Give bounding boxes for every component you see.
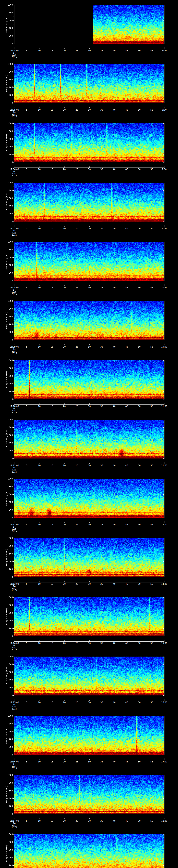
y-minor-tick (164, 24, 165, 25)
x-tick-label: 55 (146, 109, 158, 111)
spectrogram-canvas (14, 183, 164, 221)
y-major-tick (13, 183, 14, 183)
x-tick-label: 25 (70, 109, 83, 111)
x-axis (14, 464, 165, 464)
y-minor-tick (13, 151, 14, 151)
y-tick-label: 1000 (6, 4, 13, 6)
y-axis-left (14, 716, 14, 755)
y-axis-title: Frequency (Hz) (5, 430, 8, 447)
x-major-tick (139, 759, 140, 760)
x-tick-label: 25 (70, 820, 83, 822)
x-tick-label: 45 (120, 50, 133, 52)
end-time-label: 12:00 (158, 464, 171, 467)
y-minor-tick (164, 158, 165, 159)
y-tick-label: 800 (6, 249, 13, 251)
y-minor-tick (164, 455, 165, 455)
x-end-tick (164, 403, 165, 404)
y-minor-tick (13, 246, 14, 246)
x-tick-label: 20 (58, 524, 70, 526)
y-major-tick (13, 324, 14, 324)
x-major-tick (27, 641, 27, 642)
x-end-tick (164, 225, 165, 227)
y-tick-label: 200 (6, 509, 13, 511)
y-tick-label: 200 (6, 35, 13, 37)
y-major-tick (13, 518, 14, 518)
x-major-tick (139, 818, 140, 819)
y-minor-tick (13, 388, 14, 388)
y-minor-tick (164, 542, 165, 542)
date-label: 2015 (8, 412, 21, 414)
y-axis-left (14, 361, 14, 399)
y-major-tick (13, 206, 14, 206)
x-end-tick (14, 403, 14, 404)
y-minor-tick (13, 253, 14, 254)
end-time-label: 8:00 (158, 227, 171, 230)
y-axis-left (14, 479, 14, 518)
x-tick-label: 15 (46, 109, 58, 111)
x-tick-label: 25 (70, 464, 83, 467)
date-label: 2015 (8, 708, 21, 710)
y-major-tick (13, 198, 14, 198)
y-major-tick (13, 842, 14, 842)
y-minor-tick (13, 720, 14, 720)
y-minor-tick (13, 601, 14, 601)
x-end-tick (164, 521, 165, 523)
x-tick-label: 30 (83, 583, 96, 585)
x-major-tick (89, 344, 90, 345)
y-major-tick (163, 221, 165, 222)
spectrogram-panel: 02004006008001000Frequency (Hz)510152025… (0, 652, 178, 711)
x-major-tick (139, 107, 140, 108)
x-tick-label: 40 (108, 524, 120, 526)
spectrogram-canvas (14, 5, 164, 44)
x-tick-label: 50 (133, 464, 146, 467)
y-axis-title: Frequency (Hz) (5, 16, 8, 33)
y-minor-tick (164, 802, 165, 803)
y-major-tick (13, 605, 14, 606)
x-tick-label: 10 (33, 168, 46, 170)
x-tick-label: 45 (120, 168, 133, 170)
x-tick-label: 5 (21, 168, 33, 170)
x-major-tick (139, 166, 140, 167)
x-end-tick (164, 462, 165, 464)
x-tick-label: 45 (120, 701, 133, 704)
y-major-tick (163, 87, 165, 88)
y-tick-label: 0 (6, 398, 13, 400)
x-tick-label: 40 (108, 287, 120, 289)
y-major-tick (13, 147, 14, 147)
x-major-tick (152, 700, 152, 701)
x-tick-label: 5 (21, 642, 33, 644)
y-axis-title: Frequency (Hz) (5, 134, 8, 151)
y-major-tick (163, 755, 165, 755)
x-tick-label: 20 (58, 287, 70, 289)
x-tick-label: 15 (46, 642, 58, 644)
x-tick-label: 5 (21, 405, 33, 407)
x-tick-label: 35 (95, 701, 108, 704)
y-major-tick (163, 64, 165, 64)
x-tick-label: 40 (108, 227, 120, 230)
y-axis-title: Frequency (Hz) (5, 312, 8, 329)
x-tick-label: 30 (83, 642, 96, 644)
y-tick-label: 1000 (6, 478, 13, 480)
y-major-tick (13, 80, 14, 80)
x-tick-label: 20 (58, 761, 70, 763)
y-minor-tick (164, 668, 165, 669)
y-major-tick (13, 850, 14, 850)
y-major-tick (163, 569, 165, 569)
x-end-tick (164, 106, 165, 108)
x-tick-label: 25 (70, 50, 83, 52)
x-axis (14, 345, 165, 345)
x-tick-label: 45 (120, 583, 133, 585)
end-time-label: 17:00 (158, 761, 171, 763)
spectrogram-canvas (14, 301, 164, 340)
x-tick-label: 55 (146, 168, 158, 170)
y-minor-tick (164, 261, 165, 261)
x-tick-label: 20 (58, 583, 70, 585)
y-tick-label: 800 (6, 367, 13, 369)
y-minor-tick (13, 838, 14, 838)
x-tick-label: 45 (120, 761, 133, 763)
y-major-tick (13, 301, 14, 301)
x-tick-label: 40 (108, 642, 120, 644)
y-major-tick (13, 487, 14, 487)
y-minor-tick (13, 143, 14, 143)
x-tick-label: 45 (120, 820, 133, 822)
